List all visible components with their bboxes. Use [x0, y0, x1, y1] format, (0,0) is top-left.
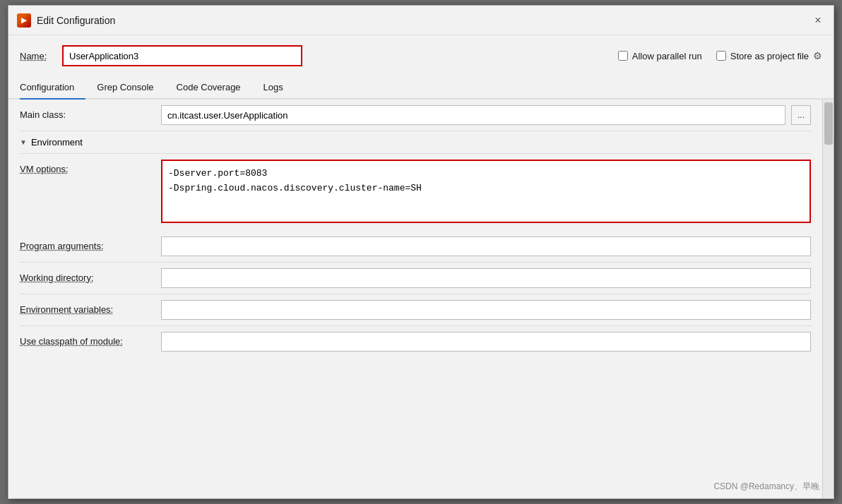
vm-options-label: VM options:	[20, 160, 161, 174]
env-vars-label: Environment variables:	[20, 300, 161, 315]
scrollbar-thumb[interactable]	[824, 102, 833, 145]
name-input[interactable]	[62, 45, 302, 66]
vertical-scrollbar[interactable]	[822, 100, 834, 498]
title-bar: ▶ Edit Configuration ×	[8, 6, 834, 35]
vm-options-row: VM options: -Dserver.port=8083 -Dspring.…	[8, 154, 822, 231]
main-class-input[interactable]	[161, 105, 785, 125]
allow-parallel-label: Allow parallel run	[632, 51, 702, 61]
allow-parallel-checkbox[interactable]	[618, 51, 628, 61]
working-dir-input[interactable]	[161, 268, 811, 288]
env-vars-row: Environment variables:	[8, 294, 822, 325]
main-content: Main class: ... ▼ Environment VM options…	[8, 100, 834, 498]
program-args-input[interactable]	[161, 236, 811, 256]
tab-grep-console[interactable]: Grep Console	[85, 76, 165, 100]
store-as-project-group: Store as project file ⚙	[716, 50, 822, 61]
tabs-bar: Configuration Grep Console Code Coverage…	[8, 76, 834, 100]
tab-code-coverage[interactable]: Code Coverage	[165, 76, 252, 100]
edit-configuration-dialog: ▶ Edit Configuration × Name: Allow paral…	[8, 5, 834, 499]
name-options: Allow parallel run Store as project file…	[618, 50, 822, 61]
browse-button[interactable]: ...	[791, 105, 811, 125]
dialog-title: Edit Configuration	[37, 15, 115, 26]
environment-label: Environment	[31, 137, 83, 148]
program-args-value	[161, 236, 811, 256]
watermark: CSDN @Redamancy、早晚	[713, 481, 819, 493]
title-left: ▶ Edit Configuration	[17, 13, 115, 28]
vm-options-container: -Dserver.port=8083 -Dspring.cloud.nacos.…	[161, 160, 811, 225]
working-dir-row: Working directory:	[8, 263, 822, 294]
store-as-project-checkbox[interactable]	[716, 51, 726, 61]
store-as-project-label: Store as project file	[730, 51, 809, 61]
vm-options-input[interactable]: -Dserver.port=8083 -Dspring.cloud.nacos.…	[161, 160, 811, 223]
env-vars-value	[161, 300, 811, 320]
use-classpath-input[interactable]	[161, 332, 811, 352]
use-classpath-value	[161, 332, 811, 352]
left-panel: Main class: ... ▼ Environment VM options…	[8, 100, 822, 498]
name-label: Name:	[20, 51, 55, 61]
program-args-label: Program arguments:	[20, 236, 161, 251]
collapse-icon[interactable]: ▼	[20, 138, 27, 146]
close-button[interactable]: ×	[811, 13, 825, 28]
main-class-value-container: ...	[161, 105, 811, 125]
main-class-label: Main class:	[20, 105, 161, 120]
working-dir-label: Working directory:	[20, 268, 161, 283]
use-classpath-label: Use classpath of module:	[20, 332, 161, 347]
app-icon: ▶	[17, 13, 31, 28]
use-classpath-row: Use classpath of module:	[8, 326, 822, 357]
tab-logs[interactable]: Logs	[252, 76, 295, 100]
working-dir-value	[161, 268, 811, 288]
environment-section-header: ▼ Environment	[8, 131, 822, 153]
allow-parallel-group: Allow parallel run	[618, 51, 702, 61]
main-class-row: Main class: ...	[8, 100, 822, 131]
gear-icon[interactable]: ⚙	[813, 50, 822, 61]
program-args-row: Program arguments:	[8, 231, 822, 262]
env-vars-input[interactable]	[161, 300, 811, 320]
name-row: Name: Allow parallel run Store as projec…	[8, 35, 834, 76]
tab-configuration[interactable]: Configuration	[20, 76, 85, 100]
